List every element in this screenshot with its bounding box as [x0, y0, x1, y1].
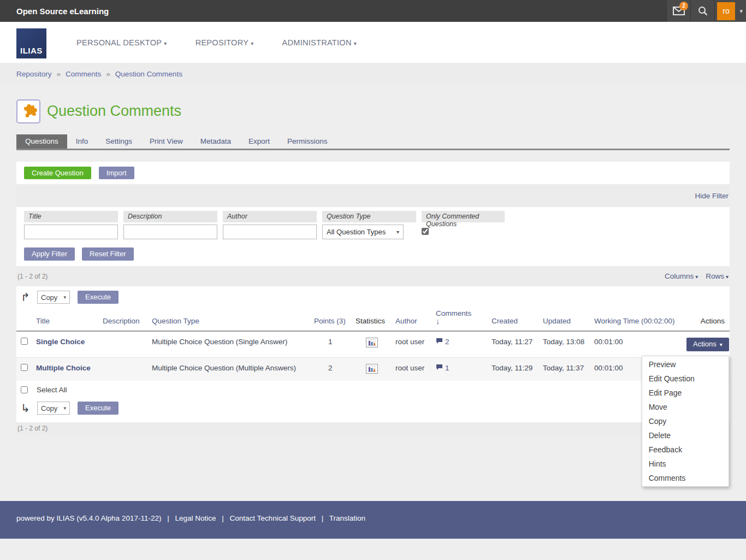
legal-notice-link[interactable]: Legal Notice	[175, 514, 216, 522]
questions-table-section: ↱ Copy ▾ Execute Title Description Quest…	[16, 286, 730, 422]
comment-bubble-icon	[436, 338, 443, 346]
menu-item-hints[interactable]: Hints	[642, 457, 729, 471]
filter-group-question-type: Question Type All Question Types ▾	[322, 211, 416, 239]
breadcrumb-question-comments[interactable]: Question Comments	[115, 70, 182, 78]
apply-filter-button[interactable]: Apply Filter	[24, 247, 75, 261]
tab-print-view[interactable]: Print View	[141, 134, 192, 149]
header-points: Points (3)	[314, 306, 356, 331]
row-checkbox[interactable]	[21, 338, 28, 345]
comments-link[interactable]: 1	[436, 364, 488, 372]
chevron-down-icon: ▾	[396, 229, 399, 235]
statistics-icon[interactable]	[366, 364, 378, 374]
table-row: Single Choice Multiple Choice Question (…	[16, 331, 730, 358]
questions-table: Title Description Question Type Points (…	[16, 306, 730, 381]
toolbar: Create Question Import	[16, 162, 730, 184]
filter-title-input[interactable]	[24, 225, 118, 239]
filter-header: Hide Filter	[16, 184, 730, 207]
breadcrumb-separator: »	[106, 70, 110, 78]
chevron-down-icon: ▾	[354, 40, 357, 46]
menu-item-feedback[interactable]: Feedback	[642, 443, 729, 457]
header-description: Description	[103, 306, 152, 331]
filter-author-input[interactable]	[223, 225, 317, 239]
main-navbar: ILIAS PERSONAL DESKTOP▾ REPOSITORY▾ ADMI…	[0, 22, 746, 63]
select-all-checkbox[interactable]	[21, 386, 28, 393]
points-cell: 1	[314, 331, 356, 358]
row-checkbox[interactable]	[21, 364, 28, 371]
breadcrumb: Repository » Comments » Question Comment…	[0, 63, 746, 85]
page-header: Question Comments	[16, 85, 730, 134]
menu-item-preview[interactable]: Preview	[642, 357, 729, 372]
select-all-row: Select All	[16, 381, 730, 398]
menu-item-delete[interactable]: Delete	[642, 428, 729, 443]
tab-export[interactable]: Export	[240, 134, 279, 149]
search-button[interactable]	[690, 0, 714, 22]
filter-title-label: Title	[24, 211, 118, 222]
bulk-action-select-top[interactable]: Copy ▾	[37, 291, 70, 304]
user-menu-button[interactable]: ro ▾	[714, 0, 746, 22]
tab-questions[interactable]: Questions	[16, 134, 67, 149]
header-comments: Comments↓	[436, 306, 492, 331]
translation-link[interactable]: Translation	[329, 514, 365, 522]
author-cell: root user	[395, 358, 436, 381]
filter-commented-label: Only Commented Questions	[422, 211, 505, 222]
question-type-cell: Multiple Choice Question (Multiple Answe…	[152, 358, 314, 381]
tab-metadata[interactable]: Metadata	[192, 134, 240, 149]
chevron-down-icon: ▾	[251, 40, 253, 46]
rows-dropdown[interactable]: Rows▾	[706, 272, 729, 280]
question-description	[103, 358, 152, 381]
powered-by-text: powered by ILIAS (v5.4.0 Alpha 2017-11-2…	[16, 514, 161, 522]
nav-personal-desktop[interactable]: PERSONAL DESKTOP▾	[76, 38, 167, 47]
breadcrumb-repository[interactable]: Repository	[16, 70, 52, 78]
bulk-actions-top: ↱ Copy ▾ Execute	[16, 291, 730, 306]
nav-administration[interactable]: ADMINISTRATION▾	[282, 38, 357, 47]
menu-item-comments[interactable]: Comments	[642, 471, 729, 485]
reset-filter-button[interactable]: Reset Filter	[82, 247, 133, 261]
chevron-down-icon: ▾	[63, 294, 66, 300]
result-range: (1 - 2 of 2)	[17, 273, 48, 280]
question-type-select[interactable]: All Question Types ▾	[322, 225, 404, 239]
bulk-actions-bottom: ↳ Copy ▾ Execute	[16, 398, 730, 422]
chevron-down-icon: ▾	[739, 8, 743, 15]
filter-description-input[interactable]	[123, 225, 217, 239]
comments-link[interactable]: 2	[436, 338, 488, 346]
tab-settings[interactable]: Settings	[97, 134, 141, 149]
mail-badge: 2	[679, 2, 688, 10]
topbar-actions: 2 ro ▾	[666, 0, 746, 22]
contact-support-link[interactable]: Contact Technical Support	[230, 514, 316, 522]
only-commented-checkbox[interactable]	[422, 228, 429, 235]
bulk-action-select-bottom[interactable]: Copy ▾	[37, 402, 70, 415]
menu-item-copy[interactable]: Copy	[642, 414, 729, 428]
table-row: Multiple Choice Multiple Choice Question…	[16, 358, 730, 381]
execute-button-top[interactable]: Execute	[78, 291, 119, 304]
question-title-link[interactable]: Single Choice	[36, 338, 85, 346]
ilias-logo[interactable]: ILIAS	[16, 28, 46, 58]
create-question-button[interactable]: Create Question	[24, 167, 91, 179]
nav-repository[interactable]: REPOSITORY▾	[196, 38, 254, 47]
site-title: Open Source eLearning	[0, 7, 666, 16]
table-top-strip: (1 - 2 of 2) Columns▾ Rows▾	[16, 266, 730, 286]
import-button[interactable]: Import	[99, 167, 134, 179]
header-working-time: Working Time (00:02:00)	[594, 306, 686, 331]
chevron-down-icon: ▾	[164, 40, 167, 46]
execute-button-bottom[interactable]: Execute	[78, 402, 119, 415]
footer-separator: |	[322, 514, 324, 522]
row-actions-button[interactable]: Actions▾	[686, 338, 729, 351]
page-footer: powered by ILIAS (v5.4.0 Alpha 2017-11-2…	[0, 501, 746, 539]
content-spacer	[16, 434, 730, 501]
menu-item-move[interactable]: Move	[642, 400, 729, 414]
mail-button[interactable]: 2	[666, 0, 690, 22]
question-title-link[interactable]: Multiple Choice	[36, 364, 91, 372]
tab-permissions[interactable]: Permissions	[279, 134, 336, 149]
hide-filter-link[interactable]: Hide Filter	[695, 192, 729, 200]
created-cell: Today, 11:27	[492, 331, 543, 358]
question-description	[103, 331, 152, 358]
statistics-icon[interactable]	[366, 338, 378, 347]
breadcrumb-comments[interactable]: Comments	[66, 70, 101, 78]
columns-dropdown[interactable]: Columns▾	[665, 272, 698, 280]
tab-info[interactable]: Info	[67, 134, 97, 149]
filter-group-title: Title	[24, 211, 118, 239]
updated-cell: Today, 11:37	[543, 358, 594, 381]
menu-item-edit-page[interactable]: Edit Page	[642, 386, 729, 400]
updated-cell: Today, 13:08	[543, 331, 594, 358]
menu-item-edit-question[interactable]: Edit Question	[642, 372, 729, 386]
